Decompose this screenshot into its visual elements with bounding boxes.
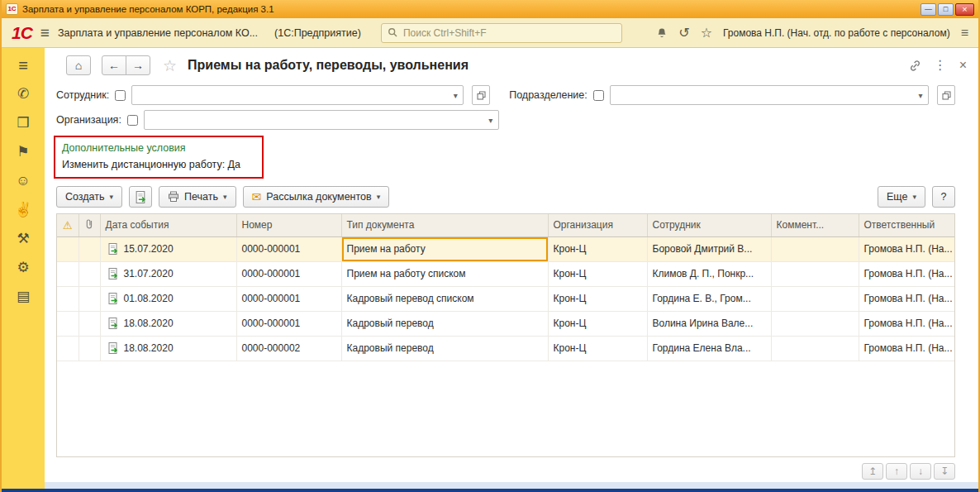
- service-menu-icon[interactable]: ≡: [961, 26, 968, 40]
- cell-organization[interactable]: Крон-Ц: [548, 336, 647, 361]
- department-filter-combo[interactable]: ▾: [610, 85, 929, 105]
- responsible-column-header[interactable]: Ответственный: [859, 214, 954, 236]
- home-button[interactable]: ⌂: [66, 55, 91, 75]
- main-menu-icon[interactable]: ≡: [40, 25, 50, 41]
- department-dropdown-icon[interactable]: ▾: [913, 91, 928, 100]
- cell-employee[interactable]: Волина Ирина Вале...: [647, 311, 771, 336]
- cell-employee[interactable]: Гордина Елена Вла...: [647, 336, 771, 361]
- employee-column-header[interactable]: Сотрудник: [647, 214, 771, 236]
- cell-warning[interactable]: [57, 261, 78, 286]
- cell-number[interactable]: 0000-000001: [236, 311, 341, 336]
- cell-organization[interactable]: Крон-Ц: [548, 311, 647, 336]
- organization-filter-combo[interactable]: ▾: [144, 110, 499, 130]
- close-window-button[interactable]: ×: [955, 3, 974, 16]
- sidebar-hand-icon[interactable]: ✌: [14, 201, 31, 219]
- department-filter-input[interactable]: [611, 89, 913, 101]
- sidebar-flag-icon[interactable]: ⚑: [17, 143, 29, 161]
- help-button[interactable]: ?: [932, 186, 955, 208]
- sidebar-gear-icon[interactable]: ⚙: [17, 259, 29, 277]
- scroll-up-button[interactable]: ↑: [886, 463, 907, 480]
- cell-date[interactable]: 31.07.2020: [100, 261, 236, 286]
- cell-organization[interactable]: Крон-Ц: [548, 286, 647, 311]
- cell-date[interactable]: 18.08.2020: [100, 336, 236, 361]
- get-link-icon[interactable]: [909, 60, 921, 72]
- table-row[interactable]: 15.07.2020 0000-000001 Прием на работу К…: [57, 236, 954, 261]
- cell-type[interactable]: Прием на работу списком: [341, 261, 548, 286]
- close-form-icon[interactable]: ×: [959, 59, 967, 72]
- employee-filter-checkbox[interactable]: [115, 90, 126, 101]
- organization-filter-checkbox[interactable]: [127, 115, 138, 126]
- table-row[interactable]: 01.08.2020 0000-000001 Кадровый перевод …: [57, 286, 954, 311]
- cell-comment[interactable]: [771, 336, 859, 361]
- number-column-header[interactable]: Номер: [236, 214, 341, 236]
- organization-dropdown-icon[interactable]: ▾: [483, 116, 498, 125]
- cell-type[interactable]: Прием на работу: [341, 236, 548, 261]
- cell-comment[interactable]: [771, 261, 859, 286]
- cell-number[interactable]: 0000-000001: [236, 236, 341, 261]
- employee-choose-button[interactable]: [472, 85, 490, 105]
- cell-organization[interactable]: Крон-Ц: [548, 236, 647, 261]
- cell-organization[interactable]: Крон-Ц: [548, 261, 647, 286]
- global-search[interactable]: [381, 23, 622, 43]
- cell-date[interactable]: 15.07.2020: [100, 236, 236, 261]
- type-column-header[interactable]: Тип документа: [341, 214, 548, 236]
- cell-comment[interactable]: [771, 236, 859, 261]
- cell-comment[interactable]: [771, 286, 859, 311]
- cell-warning[interactable]: [57, 286, 78, 311]
- favorite-page-star-icon[interactable]: ☆: [163, 56, 177, 75]
- cell-employee[interactable]: Гордина Е. В., Гром...: [647, 286, 771, 311]
- cell-date[interactable]: 18.08.2020: [100, 311, 236, 336]
- cell-attachment[interactable]: [78, 311, 100, 336]
- copy-document-button[interactable]: [129, 186, 152, 208]
- print-button[interactable]: Печать ▾: [159, 186, 235, 208]
- employee-filter-combo[interactable]: ▾: [131, 85, 464, 105]
- cell-warning[interactable]: [57, 336, 78, 361]
- notifications-bell-icon[interactable]: [656, 27, 668, 39]
- cell-attachment[interactable]: [78, 261, 100, 286]
- cell-employee[interactable]: Боровой Дмитрий В...: [647, 236, 771, 261]
- additional-conditions-link[interactable]: Дополнительные условия: [62, 142, 186, 154]
- cell-number[interactable]: 0000-000001: [236, 286, 341, 311]
- scroll-first-button[interactable]: ↥: [862, 463, 883, 480]
- cell-responsible[interactable]: Громова Н.П. (На...: [859, 336, 954, 361]
- history-icon[interactable]: ↺: [678, 26, 689, 40]
- maximize-button[interactable]: □: [938, 3, 954, 16]
- cell-employee[interactable]: Климов Д. П., Понкр...: [647, 261, 771, 286]
- document-mailing-button[interactable]: ✉ Рассылка документов ▾: [243, 186, 390, 208]
- minimize-button[interactable]: —: [921, 3, 936, 16]
- cell-comment[interactable]: [771, 311, 859, 336]
- sidebar-menu-icon[interactable]: ≡: [18, 56, 28, 74]
- sidebar-badge-icon[interactable]: ▤: [17, 288, 30, 306]
- comment-column-header[interactable]: Коммент...: [771, 214, 859, 236]
- cell-responsible[interactable]: Громова Н.П. (На...: [859, 286, 954, 311]
- favorites-star-icon[interactable]: ☆: [701, 26, 712, 40]
- search-input[interactable]: [403, 27, 616, 39]
- sidebar-phone-icon[interactable]: ✆: [17, 85, 29, 103]
- date-column-header[interactable]: Дата события: [100, 214, 236, 236]
- table-row[interactable]: 18.08.2020 0000-000001 Кадровый перевод …: [57, 311, 954, 336]
- cell-attachment[interactable]: [78, 236, 100, 261]
- cell-warning[interactable]: [57, 311, 78, 336]
- organization-column-header[interactable]: Организация: [548, 214, 647, 236]
- more-menu-dots-icon[interactable]: ⋮: [934, 59, 947, 72]
- employee-dropdown-icon[interactable]: ▾: [448, 91, 463, 100]
- sidebar-services-icon[interactable]: ❒: [17, 114, 29, 132]
- cell-responsible[interactable]: Громова Н.П. (На...: [859, 236, 954, 261]
- organization-filter-input[interactable]: [145, 114, 483, 126]
- cell-responsible[interactable]: Громова Н.П. (На...: [859, 261, 954, 286]
- forward-button[interactable]: →: [126, 55, 150, 75]
- cell-responsible[interactable]: Громова Н.П. (На...: [859, 311, 954, 336]
- scroll-down-button[interactable]: ↓: [910, 463, 931, 480]
- cell-attachment[interactable]: [78, 286, 100, 311]
- window-titlebar[interactable]: 1С Зарплата и управление персоналом КОРП…: [2, 0, 978, 18]
- cell-date[interactable]: 01.08.2020: [100, 286, 236, 311]
- cell-type[interactable]: Кадровый перевод списком: [341, 286, 548, 311]
- back-button[interactable]: ←: [102, 55, 126, 75]
- department-filter-checkbox[interactable]: [593, 90, 604, 101]
- warning-column-header[interactable]: ⚠: [57, 214, 78, 236]
- cell-warning[interactable]: [57, 236, 78, 261]
- cell-type[interactable]: Кадровый перевод: [341, 336, 548, 361]
- create-button[interactable]: Создать ▾: [56, 186, 122, 208]
- current-user[interactable]: Громова Н.П. (Нач. отд. по работе с перс…: [723, 27, 950, 39]
- more-actions-button[interactable]: Еще ▾: [878, 186, 925, 208]
